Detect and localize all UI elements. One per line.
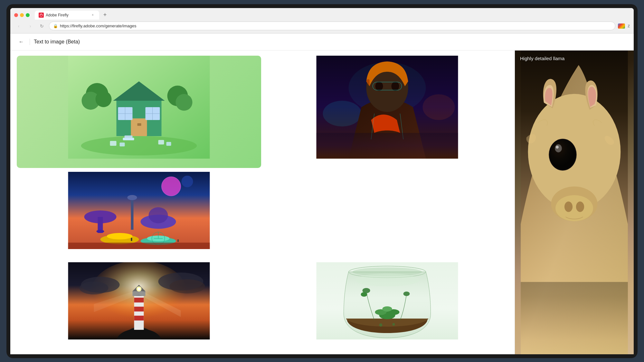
svg-rect-20 [123,138,134,140]
svg-point-31 [392,82,399,91]
svg-rect-19 [125,135,133,138]
browser-tab[interactable]: Adobe Firefly × [35,11,99,20]
svg-rect-22 [120,143,125,146]
refresh-button[interactable]: ↻ [37,22,46,31]
maximize-traffic-light[interactable] [26,13,30,17]
svg-point-80 [393,323,395,326]
new-tab-button[interactable]: + [100,11,109,20]
house-image [17,56,261,168]
gallery-item-house[interactable] [17,56,261,168]
close-traffic-light[interactable] [14,13,18,17]
gallery-item-cyberpunk[interactable] [265,56,509,168]
back-nav-button[interactable]: ‹ [14,22,23,31]
svg-point-40 [97,230,104,233]
svg-rect-23 [158,140,164,144]
laptop-frame: Adobe Firefly × + ‹ › ↻ 🔒 https://firefl… [6,4,638,358]
page-back-button[interactable]: ← [17,37,26,46]
svg-point-79 [379,323,383,327]
forward-nav-button[interactable]: › [26,22,35,31]
svg-rect-7 [137,123,141,126]
llama-image-container[interactable]: Highly detailed llama [515,51,634,354]
tab-bar: Adobe Firefly × + [10,8,634,20]
terrarium-image [265,262,509,349]
gallery-area: Highly detailed llama [10,51,634,354]
svg-point-37 [182,176,193,187]
svg-point-44 [149,207,168,223]
lock-icon: 🔒 [53,24,58,28]
svg-point-58 [80,282,109,294]
svg-point-81 [355,274,420,286]
address-bar: ‹ › ↻ 🔒 https://firefly.adobe.com/genera… [10,20,634,33]
tab-close-button[interactable]: × [90,13,95,18]
header-divider [30,39,30,45]
browser-extensions: Z Z [618,23,630,29]
svg-point-78 [403,292,410,296]
svg-point-86 [555,144,562,152]
svg-rect-64 [134,316,144,320]
gallery-item-terrarium[interactable] [265,262,509,349]
extension-icon: Z [618,23,625,29]
traffic-lights [14,13,30,17]
svg-point-28 [423,94,455,120]
gallery-grid [10,51,515,354]
svg-point-30 [375,82,383,91]
svg-rect-24 [166,142,171,146]
svg-point-42 [128,195,137,200]
screen: Adobe Firefly × + ‹ › ↻ 🔒 https://firefl… [10,8,634,354]
svg-point-87 [556,145,559,148]
svg-rect-63 [134,307,144,311]
svg-rect-62 [134,298,144,302]
browser-chrome: Adobe Firefly × + ‹ › ↻ 🔒 https://firefl… [10,8,634,33]
page-content: ← Text to image (Beta) [10,33,634,354]
svg-rect-52 [131,238,132,241]
svg-rect-54 [68,243,210,249]
gallery-item-lighthouse[interactable] [17,262,261,349]
minimize-traffic-light[interactable] [20,13,24,17]
tab-favicon [39,13,44,18]
svg-point-46 [107,233,133,239]
svg-point-68 [138,288,140,290]
sidebar-panel: Highly detailed llama [515,51,634,354]
svg-point-75 [383,306,392,311]
svg-point-90 [555,195,593,221]
svg-point-91 [564,201,573,212]
gallery-item-scifi[interactable] [17,172,261,258]
svg-rect-33 [317,133,458,159]
svg-rect-41 [131,198,134,230]
page-header: ← Text to image (Beta) [10,33,634,51]
svg-rect-21 [110,141,117,146]
svg-point-27 [323,101,362,126]
lighthouse-image [17,262,261,349]
svg-rect-53 [178,239,179,242]
svg-rect-93 [521,282,628,354]
scifi-image [17,172,261,258]
llama-label: Highly detailed llama [520,56,564,61]
tab-title: Adobe Firefly [46,13,88,17]
svg-point-16 [96,91,112,107]
svg-point-1 [81,136,197,155]
svg-rect-6 [131,118,147,136]
cyberpunk-image [265,56,509,168]
svg-point-92 [576,201,584,212]
url-text: https://firefly.adobe.com/generate/image… [60,23,137,28]
svg-point-18 [176,94,193,111]
svg-point-85 [550,140,575,169]
page-title: Text to image (Beta) [34,39,80,45]
svg-point-60 [170,279,205,293]
svg-point-77 [361,292,367,297]
url-bar[interactable]: 🔒 https://firefly.adobe.com/generate/ima… [49,22,615,30]
zoom-level: Z [628,24,630,28]
